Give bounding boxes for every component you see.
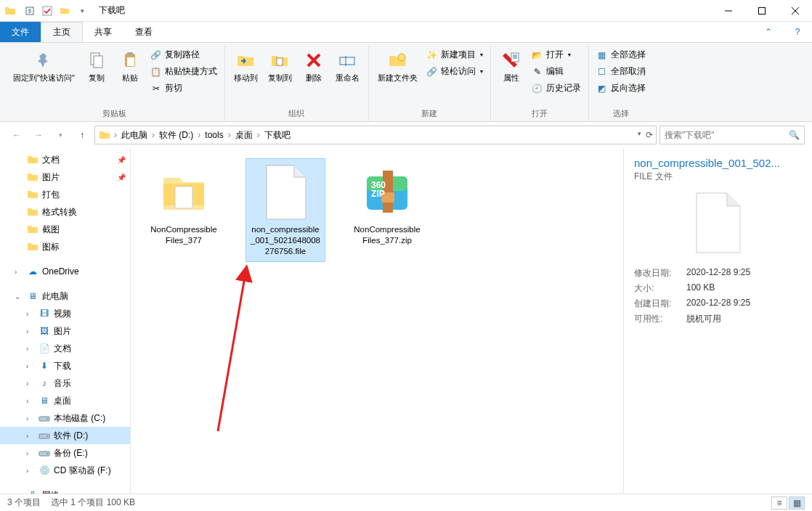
tab-home[interactable]: 主页 (41, 22, 83, 42)
sidebar-item[interactable]: ›软件 (D:) (0, 427, 130, 444)
minimize-button[interactable] (712, 0, 745, 22)
sidebar-item-network[interactable]: › 🖧 网络 (0, 486, 130, 494)
sidebar-item[interactable]: 格式转换 (0, 203, 130, 221)
sidebar-item[interactable]: ›🖼图片 (0, 322, 130, 340)
tab-share[interactable]: 共享 (83, 22, 123, 42)
sidebar-item[interactable]: ›🎞视频 (0, 305, 130, 322)
file-item[interactable]: 360ZIPNonCompressibleFiles_377.zip (347, 158, 427, 251)
sidebar-item[interactable]: ›📄文档 (0, 340, 130, 357)
chevron-right-icon[interactable]: › (15, 491, 23, 494)
view-icons-button[interactable]: ▦ (789, 496, 805, 510)
nav-recent-button[interactable]: ▾ (51, 126, 70, 144)
nav-forward-button[interactable]: → (29, 126, 48, 144)
scissors-icon: ✂ (150, 83, 162, 94)
pin-icon: 📌 (117, 173, 126, 181)
sidebar-item-this-pc[interactable]: ⌄ 🖥 此电脑 (0, 287, 130, 305)
sidebar[interactable]: 文档📌图片📌打包格式转换截图图标 › ☁ OneDrive ⌄ 🖥 此电脑 ›🎞… (0, 148, 131, 494)
chevron-right-icon[interactable]: › (26, 380, 35, 388)
breadcrumb-item[interactable]: 下载吧 (263, 129, 292, 142)
view-details-button[interactable]: ≡ (771, 496, 787, 510)
tab-file[interactable]: 文件 (0, 22, 41, 42)
sidebar-item[interactable]: ›💿CD 驱动器 (F:) (0, 462, 130, 479)
select-all-button[interactable]: ▦全部选择 (593, 47, 649, 62)
sidebar-item[interactable]: 截图 (0, 221, 130, 238)
refresh-icon[interactable]: ⟳ (646, 130, 653, 140)
chevron-right-icon[interactable]: › (113, 130, 118, 140)
chevron-right-icon[interactable]: › (26, 397, 35, 405)
sidebar-item[interactable]: 图片📌 (0, 168, 130, 186)
chevron-right-icon[interactable]: › (227, 130, 232, 140)
sidebar-item[interactable]: 文档📌 (0, 151, 130, 168)
new-folder-button[interactable]: 新建文件夹 (373, 46, 422, 86)
sidebar-item[interactable]: ›🖥桌面 (0, 392, 130, 409)
folder-icon[interactable] (57, 3, 73, 19)
sidebar-item[interactable]: 打包 (0, 186, 130, 203)
chevron-right-icon[interactable]: › (26, 467, 35, 475)
qat-dropdown-icon[interactable]: ▾ (74, 3, 90, 19)
breadcrumb-item[interactable]: 此电脑 (120, 129, 149, 142)
chevron-right-icon[interactable]: › (256, 130, 261, 140)
chevron-right-icon[interactable]: › (26, 327, 35, 335)
pin-to-quick-access-button[interactable]: 固定到"快速访问" (9, 46, 79, 86)
pin-icon: 📌 (117, 156, 126, 164)
content-area[interactable]: NonCompressibleFiles_377non_compressible… (131, 148, 623, 494)
tab-view[interactable]: 查看 (123, 22, 164, 42)
search-input[interactable] (665, 130, 789, 140)
maximize-button[interactable] (745, 0, 779, 22)
svg-rect-6 (127, 52, 133, 55)
search-box[interactable]: 🔍 (659, 126, 805, 144)
cut-button[interactable]: ✂剪切 (147, 81, 220, 96)
close-button[interactable] (779, 0, 812, 22)
history-button[interactable]: 🕘历史记录 (529, 81, 584, 96)
ribbon-collapse-icon[interactable]: ⌃ (754, 22, 783, 42)
copy-path-button[interactable]: 🔗复制路径 (147, 47, 220, 62)
breadcrumb-item[interactable]: tools (203, 130, 224, 140)
paste-button[interactable]: 粘贴 (114, 46, 146, 86)
open-button[interactable]: 📂打开▾ (529, 47, 584, 62)
file-item[interactable]: NonCompressibleFiles_377 (144, 158, 224, 251)
copy-button[interactable]: 复制 (81, 46, 113, 86)
breadcrumb-item[interactable]: 软件 (D:) (158, 129, 195, 142)
copy-to-button[interactable]: 复制到 (264, 46, 296, 86)
chevron-right-icon[interactable]: › (26, 362, 35, 370)
dropdown-icon[interactable]: ▾ (638, 130, 641, 140)
delete-button[interactable]: 删除 (298, 46, 330, 86)
easy-access-button[interactable]: 🔗轻松访问▾ (423, 64, 486, 79)
sidebar-item[interactable]: ›本地磁盘 (C:) (0, 409, 130, 427)
rename-button[interactable]: 重命名 (331, 46, 364, 86)
chevron-right-icon[interactable]: › (26, 449, 35, 457)
sidebar-item[interactable]: ›♪音乐 (0, 375, 130, 392)
qat-properties-icon[interactable] (22, 3, 38, 19)
paste-shortcut-button[interactable]: 📋粘贴快捷方式 (147, 64, 220, 79)
move-to-button[interactable]: 移动到 (230, 46, 262, 86)
invert-selection-button[interactable]: ◩反向选择 (593, 81, 649, 96)
item-icon: ⬇ (38, 359, 51, 372)
file-item[interactable]: non_compressible_001_5021648008276756.fi… (245, 158, 325, 262)
chevron-right-icon[interactable]: › (26, 310, 35, 318)
details-row: 修改日期:2020-12-28 9:25 (634, 266, 802, 281)
select-all-icon: ▦ (596, 49, 608, 61)
chevron-right-icon[interactable]: › (196, 130, 202, 140)
new-item-button[interactable]: ✨新建项目▾ (423, 47, 486, 62)
breadcrumb-item[interactable]: 桌面 (234, 129, 254, 142)
chevron-right-icon[interactable]: › (150, 130, 156, 140)
chevron-right-icon[interactable]: › (26, 345, 35, 353)
sidebar-item[interactable]: ›备份 (E:) (0, 444, 130, 462)
chevron-down-icon[interactable]: ⌄ (15, 293, 23, 301)
chevron-right-icon[interactable]: › (15, 268, 23, 276)
select-none-button[interactable]: ☐全部取消 (593, 64, 649, 79)
sidebar-item-onedrive[interactable]: › ☁ OneDrive (0, 263, 130, 280)
properties-button[interactable]: 属性 (495, 46, 527, 86)
breadcrumb[interactable]: › 此电脑 › 软件 (D:) › tools › 桌面 › 下载吧 ▾ ⟳ (94, 126, 657, 144)
qat-check-icon[interactable] (39, 3, 55, 19)
chevron-right-icon[interactable]: › (26, 414, 35, 422)
chevron-right-icon[interactable]: › (26, 432, 35, 440)
sidebar-item[interactable]: 图标 (0, 238, 130, 256)
edit-button[interactable]: ✎编辑 (529, 64, 584, 79)
nav-back-button[interactable]: ← (7, 126, 26, 144)
help-icon[interactable]: ? (783, 22, 812, 42)
item-icon: 📄 (38, 342, 51, 355)
sidebar-item[interactable]: ›⬇下载 (0, 357, 130, 375)
file-icon (256, 163, 314, 221)
nav-up-button[interactable]: ↑ (73, 126, 92, 144)
